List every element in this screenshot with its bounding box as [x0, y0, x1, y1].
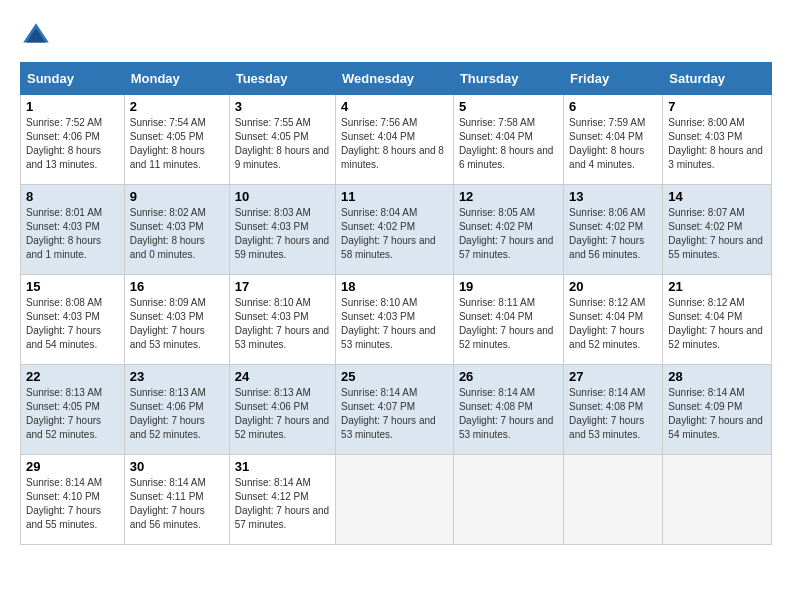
day-info: Sunrise: 7:54 AM Sunset: 4:05 PM Dayligh… — [130, 116, 224, 172]
day-header-saturday: Saturday — [663, 63, 772, 95]
day-cell: 29 Sunrise: 8:14 AM Sunset: 4:10 PM Dayl… — [21, 455, 125, 545]
day-number: 27 — [569, 369, 657, 384]
week-row-1: 1 Sunrise: 7:52 AM Sunset: 4:06 PM Dayli… — [21, 95, 772, 185]
day-cell: 16 Sunrise: 8:09 AM Sunset: 4:03 PM Dayl… — [124, 275, 229, 365]
day-header-wednesday: Wednesday — [336, 63, 454, 95]
day-number: 2 — [130, 99, 224, 114]
page-header — [20, 20, 772, 52]
day-info: Sunrise: 8:05 AM Sunset: 4:02 PM Dayligh… — [459, 206, 558, 262]
week-row-5: 29 Sunrise: 8:14 AM Sunset: 4:10 PM Dayl… — [21, 455, 772, 545]
day-info: Sunrise: 7:52 AM Sunset: 4:06 PM Dayligh… — [26, 116, 119, 172]
day-info: Sunrise: 8:03 AM Sunset: 4:03 PM Dayligh… — [235, 206, 330, 262]
day-number: 6 — [569, 99, 657, 114]
week-row-4: 22 Sunrise: 8:13 AM Sunset: 4:05 PM Dayl… — [21, 365, 772, 455]
day-cell: 7 Sunrise: 8:00 AM Sunset: 4:03 PM Dayli… — [663, 95, 772, 185]
day-info: Sunrise: 7:56 AM Sunset: 4:04 PM Dayligh… — [341, 116, 448, 172]
day-number: 18 — [341, 279, 448, 294]
day-cell: 23 Sunrise: 8:13 AM Sunset: 4:06 PM Dayl… — [124, 365, 229, 455]
day-info: Sunrise: 8:04 AM Sunset: 4:02 PM Dayligh… — [341, 206, 448, 262]
day-info: Sunrise: 8:00 AM Sunset: 4:03 PM Dayligh… — [668, 116, 766, 172]
day-info: Sunrise: 8:14 AM Sunset: 4:08 PM Dayligh… — [569, 386, 657, 442]
day-number: 9 — [130, 189, 224, 204]
day-number: 14 — [668, 189, 766, 204]
day-info: Sunrise: 8:14 AM Sunset: 4:10 PM Dayligh… — [26, 476, 119, 532]
day-cell: 19 Sunrise: 8:11 AM Sunset: 4:04 PM Dayl… — [453, 275, 563, 365]
day-header-thursday: Thursday — [453, 63, 563, 95]
day-cell: 21 Sunrise: 8:12 AM Sunset: 4:04 PM Dayl… — [663, 275, 772, 365]
day-cell: 4 Sunrise: 7:56 AM Sunset: 4:04 PM Dayli… — [336, 95, 454, 185]
day-number: 10 — [235, 189, 330, 204]
day-number: 24 — [235, 369, 330, 384]
day-info: Sunrise: 7:55 AM Sunset: 4:05 PM Dayligh… — [235, 116, 330, 172]
day-number: 4 — [341, 99, 448, 114]
day-cell: 25 Sunrise: 8:14 AM Sunset: 4:07 PM Dayl… — [336, 365, 454, 455]
day-number: 17 — [235, 279, 330, 294]
day-number: 15 — [26, 279, 119, 294]
day-cell — [453, 455, 563, 545]
day-cell: 6 Sunrise: 7:59 AM Sunset: 4:04 PM Dayli… — [564, 95, 663, 185]
day-cell: 26 Sunrise: 8:14 AM Sunset: 4:08 PM Dayl… — [453, 365, 563, 455]
day-number: 26 — [459, 369, 558, 384]
day-number: 5 — [459, 99, 558, 114]
day-cell: 18 Sunrise: 8:10 AM Sunset: 4:03 PM Dayl… — [336, 275, 454, 365]
day-cell: 3 Sunrise: 7:55 AM Sunset: 4:05 PM Dayli… — [229, 95, 335, 185]
day-info: Sunrise: 8:07 AM Sunset: 4:02 PM Dayligh… — [668, 206, 766, 262]
day-cell: 20 Sunrise: 8:12 AM Sunset: 4:04 PM Dayl… — [564, 275, 663, 365]
day-info: Sunrise: 8:14 AM Sunset: 4:08 PM Dayligh… — [459, 386, 558, 442]
day-number: 7 — [668, 99, 766, 114]
logo — [20, 20, 56, 52]
day-info: Sunrise: 8:06 AM Sunset: 4:02 PM Dayligh… — [569, 206, 657, 262]
day-info: Sunrise: 8:14 AM Sunset: 4:12 PM Dayligh… — [235, 476, 330, 532]
day-number: 25 — [341, 369, 448, 384]
header-row: SundayMondayTuesdayWednesdayThursdayFrid… — [21, 63, 772, 95]
day-info: Sunrise: 8:13 AM Sunset: 4:06 PM Dayligh… — [130, 386, 224, 442]
week-row-3: 15 Sunrise: 8:08 AM Sunset: 4:03 PM Dayl… — [21, 275, 772, 365]
day-cell: 2 Sunrise: 7:54 AM Sunset: 4:05 PM Dayli… — [124, 95, 229, 185]
day-info: Sunrise: 8:12 AM Sunset: 4:04 PM Dayligh… — [569, 296, 657, 352]
day-cell — [564, 455, 663, 545]
day-cell — [336, 455, 454, 545]
day-header-friday: Friday — [564, 63, 663, 95]
day-info: Sunrise: 8:14 AM Sunset: 4:09 PM Dayligh… — [668, 386, 766, 442]
day-info: Sunrise: 8:14 AM Sunset: 4:11 PM Dayligh… — [130, 476, 224, 532]
day-number: 13 — [569, 189, 657, 204]
day-info: Sunrise: 8:13 AM Sunset: 4:05 PM Dayligh… — [26, 386, 119, 442]
day-number: 29 — [26, 459, 119, 474]
day-cell: 14 Sunrise: 8:07 AM Sunset: 4:02 PM Dayl… — [663, 185, 772, 275]
day-info: Sunrise: 8:08 AM Sunset: 4:03 PM Dayligh… — [26, 296, 119, 352]
day-header-monday: Monday — [124, 63, 229, 95]
day-cell: 30 Sunrise: 8:14 AM Sunset: 4:11 PM Dayl… — [124, 455, 229, 545]
day-info: Sunrise: 8:13 AM Sunset: 4:06 PM Dayligh… — [235, 386, 330, 442]
day-number: 21 — [668, 279, 766, 294]
day-cell — [663, 455, 772, 545]
day-number: 8 — [26, 189, 119, 204]
day-number: 16 — [130, 279, 224, 294]
day-info: Sunrise: 8:09 AM Sunset: 4:03 PM Dayligh… — [130, 296, 224, 352]
day-header-tuesday: Tuesday — [229, 63, 335, 95]
day-number: 12 — [459, 189, 558, 204]
day-cell: 10 Sunrise: 8:03 AM Sunset: 4:03 PM Dayl… — [229, 185, 335, 275]
day-cell: 9 Sunrise: 8:02 AM Sunset: 4:03 PM Dayli… — [124, 185, 229, 275]
day-cell: 13 Sunrise: 8:06 AM Sunset: 4:02 PM Dayl… — [564, 185, 663, 275]
day-info: Sunrise: 8:12 AM Sunset: 4:04 PM Dayligh… — [668, 296, 766, 352]
day-number: 20 — [569, 279, 657, 294]
day-number: 31 — [235, 459, 330, 474]
day-cell: 27 Sunrise: 8:14 AM Sunset: 4:08 PM Dayl… — [564, 365, 663, 455]
calendar-table: SundayMondayTuesdayWednesdayThursdayFrid… — [20, 62, 772, 545]
day-number: 3 — [235, 99, 330, 114]
day-cell: 24 Sunrise: 8:13 AM Sunset: 4:06 PM Dayl… — [229, 365, 335, 455]
day-cell: 22 Sunrise: 8:13 AM Sunset: 4:05 PM Dayl… — [21, 365, 125, 455]
week-row-2: 8 Sunrise: 8:01 AM Sunset: 4:03 PM Dayli… — [21, 185, 772, 275]
day-cell: 5 Sunrise: 7:58 AM Sunset: 4:04 PM Dayli… — [453, 95, 563, 185]
day-number: 28 — [668, 369, 766, 384]
day-cell: 1 Sunrise: 7:52 AM Sunset: 4:06 PM Dayli… — [21, 95, 125, 185]
day-number: 30 — [130, 459, 224, 474]
day-cell: 28 Sunrise: 8:14 AM Sunset: 4:09 PM Dayl… — [663, 365, 772, 455]
day-info: Sunrise: 8:11 AM Sunset: 4:04 PM Dayligh… — [459, 296, 558, 352]
day-number: 1 — [26, 99, 119, 114]
day-info: Sunrise: 8:01 AM Sunset: 4:03 PM Dayligh… — [26, 206, 119, 262]
day-cell: 11 Sunrise: 8:04 AM Sunset: 4:02 PM Dayl… — [336, 185, 454, 275]
day-number: 23 — [130, 369, 224, 384]
day-info: Sunrise: 8:10 AM Sunset: 4:03 PM Dayligh… — [235, 296, 330, 352]
day-info: Sunrise: 8:14 AM Sunset: 4:07 PM Dayligh… — [341, 386, 448, 442]
